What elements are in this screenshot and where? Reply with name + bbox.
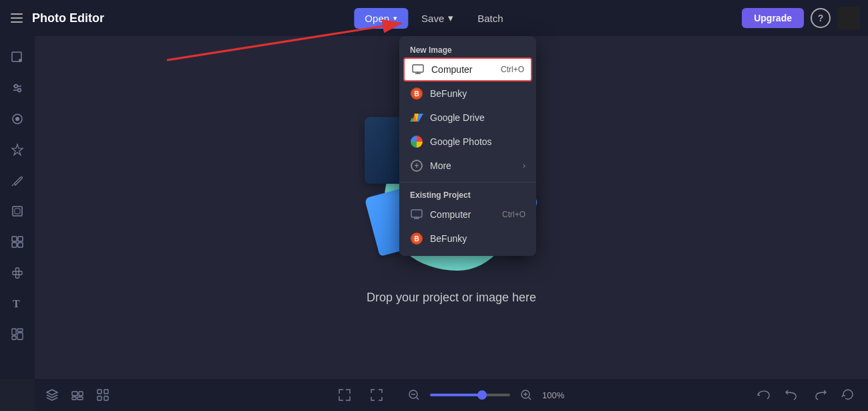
- sidebar-item-retouch[interactable]: [4, 167, 31, 194]
- fit-screen-icon[interactable]: [366, 384, 387, 406]
- svg-rect-13: [18, 237, 23, 241]
- menu-item-befunky-new-label: BeFunky: [430, 88, 467, 99]
- menu-item-befunky-existing[interactable]: B BeFunky: [399, 227, 536, 251]
- zoom-controls: 100%: [403, 384, 569, 406]
- menu-item-computer-new-label: Computer: [431, 64, 472, 75]
- undo-history-icon[interactable]: [753, 384, 775, 406]
- topbar-center: Open ▾ Save ▾ Batch: [354, 7, 513, 29]
- open-chevron-icon: ▾: [393, 14, 397, 23]
- adjustments-icon: [11, 82, 24, 95]
- sidebar-item-ai[interactable]: [4, 136, 31, 163]
- svg-line-9: [12, 184, 13, 186]
- svg-rect-47: [411, 210, 422, 217]
- reset-icon[interactable]: [837, 384, 859, 406]
- svg-rect-31: [97, 396, 101, 400]
- svg-rect-17: [19, 271, 22, 275]
- zoom-thumb[interactable]: [477, 390, 487, 400]
- svg-line-35: [417, 398, 419, 400]
- fullscreen-icon[interactable]: [334, 384, 355, 406]
- avatar[interactable]: [837, 7, 860, 29]
- svg-rect-12: [12, 237, 17, 241]
- sidebar-item-crop[interactable]: [4, 44, 31, 71]
- undo-icon[interactable]: [781, 384, 803, 406]
- menu-item-computer-existing-label: Computer: [430, 209, 471, 220]
- menu-item-more-new[interactable]: + More ›: [399, 154, 536, 178]
- menu-item-computer-existing[interactable]: Computer Ctrl+O: [399, 202, 536, 227]
- layers-icon[interactable]: [41, 384, 63, 406]
- svg-point-5: [18, 89, 21, 92]
- sidebar: T: [0, 36, 35, 379]
- menu-item-more-new-label: More: [430, 160, 451, 171]
- svg-rect-40: [413, 65, 423, 72]
- menu-item-computer-new-shortcut: Ctrl+O: [501, 65, 524, 74]
- menu-item-befunky-new[interactable]: B BeFunky: [399, 82, 536, 106]
- crop-icon: [11, 51, 24, 64]
- open-button[interactable]: Open ▾: [354, 8, 408, 29]
- drop-text: Drop your project or image here: [367, 291, 536, 305]
- svg-rect-26: [79, 392, 83, 396]
- menu-item-computer-existing-shortcut: Ctrl+O: [502, 210, 525, 219]
- overlays-icon: [11, 235, 24, 249]
- svg-point-1: [19, 59, 21, 61]
- frames-icon: [11, 204, 24, 218]
- menu-item-gphotos-new-label: Google Photos: [430, 136, 492, 147]
- svg-rect-15: [18, 243, 23, 247]
- svg-rect-16: [13, 271, 16, 275]
- sidebar-item-collage[interactable]: [4, 321, 31, 348]
- zoom-slider[interactable]: [430, 394, 510, 396]
- sidebar-item-text[interactable]: T: [4, 290, 31, 317]
- zoom-in-icon[interactable]: [515, 384, 537, 406]
- batch-button[interactable]: Batch: [467, 8, 513, 29]
- svg-rect-32: [104, 396, 108, 400]
- zoom-percent-label: 100%: [542, 390, 569, 400]
- sidebar-item-adjustments[interactable]: [4, 75, 31, 102]
- topbar-left: Photo Editor: [8, 11, 104, 25]
- svg-rect-10: [13, 207, 22, 216]
- menu-item-befunky-existing-label: BeFunky: [430, 233, 467, 244]
- help-button[interactable]: ?: [811, 8, 831, 28]
- sidebar-item-effects[interactable]: [4, 106, 31, 132]
- app-title: Photo Editor: [32, 11, 104, 25]
- sidebar-item-graphics[interactable]: [4, 259, 31, 286]
- sidebar-item-frames[interactable]: [4, 198, 31, 225]
- svg-rect-30: [104, 390, 108, 394]
- befunky-icon-existing: B: [410, 232, 423, 245]
- bottombar: 100%: [35, 379, 868, 411]
- redo-icon[interactable]: [809, 384, 831, 406]
- svg-rect-27: [72, 397, 76, 400]
- svg-rect-18: [16, 268, 19, 271]
- open-dropdown-menu: New Image Computer Ctrl+O B BeFunky: [399, 36, 536, 256]
- menu-item-gdrive-new[interactable]: Google Drive: [399, 106, 536, 130]
- svg-rect-19: [16, 275, 19, 278]
- svg-rect-29: [97, 390, 101, 394]
- svg-rect-22: [17, 329, 23, 331]
- menu-item-gdrive-new-label: Google Drive: [430, 112, 485, 123]
- existing-project-section-label: Existing Project: [399, 186, 536, 202]
- upgrade-button[interactable]: Upgrade: [742, 8, 804, 28]
- effects-icon: [11, 112, 24, 126]
- svg-rect-24: [12, 336, 16, 339]
- sidebar-item-overlays[interactable]: [4, 229, 31, 255]
- gdrive-icon: [410, 111, 423, 124]
- menu-divider: [399, 182, 536, 182]
- menu-icon[interactable]: [8, 11, 25, 25]
- collage-icon: [11, 327, 24, 341]
- menu-item-computer-new[interactable]: Computer Ctrl+O: [403, 57, 532, 82]
- svg-rect-28: [77, 397, 83, 400]
- svg-line-39: [529, 398, 531, 400]
- text-icon: T: [11, 297, 24, 310]
- history-icon[interactable]: [67, 384, 88, 406]
- topbar-right: Upgrade ?: [742, 7, 860, 29]
- menu-item-gphotos-new[interactable]: Google Photos: [399, 130, 536, 154]
- save-button[interactable]: Save ▾: [411, 7, 464, 29]
- svg-rect-25: [72, 392, 77, 396]
- svg-rect-21: [12, 329, 16, 335]
- svg-rect-11: [15, 209, 20, 214]
- zoom-out-icon[interactable]: [403, 384, 425, 406]
- ai-icon: [11, 143, 24, 156]
- monitor-icon: [411, 63, 425, 76]
- befunky-icon: B: [410, 87, 423, 100]
- svg-rect-23: [17, 333, 23, 339]
- svg-rect-14: [12, 243, 17, 247]
- grid-icon[interactable]: [92, 384, 114, 406]
